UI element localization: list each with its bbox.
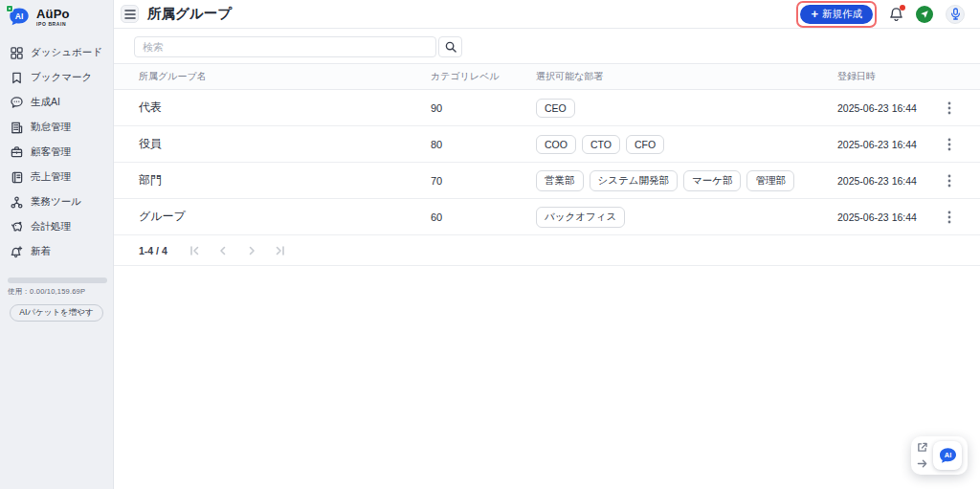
main-area: 所属グループ + 新規作成 — [114, 0, 980, 489]
chat-ai-icon — [10, 96, 24, 110]
bell-plus-icon — [10, 245, 24, 259]
category-level-cell: 60 — [431, 211, 536, 223]
row-menu-button[interactable] — [945, 171, 954, 190]
status-send-button[interactable] — [916, 6, 933, 23]
group-name-cell: グループ — [114, 209, 431, 225]
column-header-category-level: カテゴリレベル — [431, 70, 536, 83]
sidebar-item-label: 生成AI — [31, 96, 60, 109]
ai-assistant-widget: AI — [911, 436, 968, 475]
hamburger-menu-button[interactable] — [121, 5, 139, 23]
department-chip: 営業部 — [536, 170, 584, 191]
sidebar-item-dashboard[interactable]: ダッシュボード — [0, 40, 113, 65]
row-menu-button[interactable] — [945, 208, 954, 227]
sidebar-item-label: ブックマーク — [31, 71, 92, 84]
org-nodes-icon — [10, 195, 24, 210]
create-button-label: 新規作成 — [822, 8, 862, 21]
ai-usage-label: 使用：0.00/10,159.69P — [8, 287, 105, 297]
search-button[interactable] — [438, 36, 462, 57]
table-row: 代表 90 CEO 2025-06-23 16:44 — [114, 90, 980, 126]
topbar: 所属グループ + 新規作成 — [114, 0, 980, 29]
sidebar-item-customers[interactable]: 顧客管理 — [0, 140, 113, 165]
department-chip: 管理部 — [746, 170, 794, 191]
topbar-actions: + 新規作成 — [796, 1, 965, 28]
content: 所属グループ名 カテゴリレベル 選択可能な部署 登録日時 代表 90 CEO 2… — [114, 29, 980, 489]
sidebar-item-tools[interactable]: 業務ツール — [0, 189, 113, 214]
department-chip: マーケ部 — [683, 170, 742, 191]
sidebar-item-label: 会計処理 — [31, 220, 71, 233]
registered-at-cell: 2025-06-23 16:44 — [837, 211, 926, 223]
ai-chat-button[interactable]: AI — [933, 441, 962, 470]
sidebar-item-label: 顧客管理 — [31, 145, 71, 159]
sidebar-item-label: 新着 — [31, 245, 51, 258]
voice-input-button[interactable] — [946, 5, 965, 24]
dashboard-icon — [10, 46, 24, 60]
table-header-row: 所属グループ名 カテゴリレベル 選択可能な部署 登録日時 — [114, 63, 980, 90]
department-chip: CEO — [536, 99, 575, 118]
open-in-new-window-button[interactable] — [917, 442, 927, 453]
arrow-right-icon — [917, 458, 927, 469]
plus-icon: + — [811, 8, 818, 20]
microphone-icon — [950, 8, 961, 20]
collapse-widget-button[interactable] — [917, 458, 927, 469]
sidebar-item-label: 業務ツール — [31, 195, 81, 209]
building-icon — [10, 121, 24, 135]
ai-chat-bubble-icon: AI — [938, 446, 958, 466]
sidebar-item-label: ダッシュボード — [31, 46, 102, 59]
row-menu-button[interactable] — [945, 99, 954, 118]
search-row — [114, 29, 980, 63]
search-icon — [445, 41, 457, 53]
table-row: グループ 60 バックオフィス 2025-06-23 16:44 — [114, 199, 980, 235]
group-name-cell: 部門 — [114, 172, 431, 189]
departments-cell: バックオフィス — [536, 207, 837, 228]
sidebar: AI AüPo IPO BRAIN ダッシュボードブックマーク生成AI勤怠管理顧… — [0, 0, 114, 489]
table-row: 部門 70 営業部システム開発部マーケ部管理部 2025-06-23 16:44 — [114, 163, 980, 199]
last-page-icon — [275, 245, 286, 256]
brand-green-badge-icon — [6, 5, 13, 12]
briefcase-icon — [10, 145, 24, 160]
sidebar-item-bookmarks[interactable]: ブックマーク — [0, 65, 113, 90]
increase-ai-packet-button[interactable]: AIパケットを増やす — [10, 304, 103, 322]
ai-usage-block: 使用：0.00/10,159.69P AIパケットを増やす — [0, 264, 113, 322]
brand-text: AüPo IPO BRAIN — [36, 8, 70, 27]
brand-ai-bubble-icon: AI — [8, 6, 31, 29]
column-header-registered: 登録日時 — [837, 70, 926, 83]
search-input[interactable] — [134, 36, 436, 57]
piggy-bank-icon — [10, 220, 24, 234]
departments-cell: 営業部システム開発部マーケ部管理部 — [536, 170, 837, 191]
last-page-button[interactable] — [275, 245, 286, 256]
sidebar-item-gen-ai[interactable]: 生成AI — [0, 90, 113, 115]
chevron-left-icon — [217, 245, 229, 256]
department-chip: COO — [536, 135, 576, 154]
groups-table: 所属グループ名 カテゴリレベル 選択可能な部署 登録日時 代表 90 CEO 2… — [114, 63, 980, 266]
ledger-icon — [10, 170, 24, 185]
registered-at-cell: 2025-06-23 16:44 — [837, 139, 926, 150]
kebab-menu-icon — [947, 101, 951, 115]
registered-at-cell: 2025-06-23 16:44 — [837, 102, 926, 114]
notifications-bell-button[interactable] — [889, 7, 903, 22]
brand: AI AüPo IPO BRAIN — [0, 0, 113, 36]
departments-cell: CEO — [536, 99, 837, 118]
previous-page-button[interactable] — [217, 245, 229, 256]
row-menu-button[interactable] — [945, 135, 954, 154]
create-button-highlight-box: + 新規作成 — [796, 1, 877, 28]
sidebar-item-label: 勤怠管理 — [31, 121, 71, 134]
next-page-button[interactable] — [246, 245, 257, 256]
first-page-button[interactable] — [189, 245, 200, 256]
sidebar-item-sales[interactable]: 売上管理 — [0, 165, 113, 189]
sidebar-item-label: 売上管理 — [31, 170, 71, 184]
brand-name: AüPo — [36, 8, 70, 20]
category-level-cell: 90 — [431, 102, 536, 114]
departments-cell: COOCTOCFO — [536, 135, 837, 154]
kebab-menu-icon — [947, 138, 951, 151]
create-new-button[interactable]: + 新規作成 — [800, 5, 873, 24]
notification-dot — [900, 5, 905, 11]
first-page-icon — [189, 245, 200, 256]
sidebar-item-attendance[interactable]: 勤怠管理 — [0, 115, 113, 140]
department-chip: CFO — [626, 135, 664, 154]
kebab-menu-icon — [947, 174, 951, 188]
sidebar-item-accounting[interactable]: 会計処理 — [0, 214, 113, 239]
svg-text:AI: AI — [944, 451, 950, 459]
sidebar-item-news[interactable]: 新着 — [0, 239, 113, 264]
external-link-icon — [917, 442, 927, 453]
group-name-cell: 役員 — [114, 136, 431, 152]
